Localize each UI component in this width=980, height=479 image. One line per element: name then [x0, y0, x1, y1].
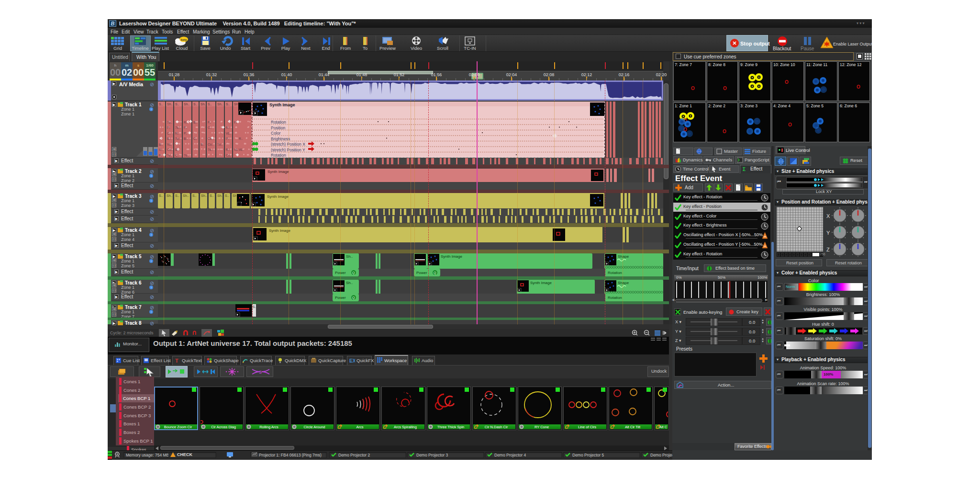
svg-text:EX: EX: [349, 358, 355, 364]
svg-text:S..: S..: [175, 194, 179, 197]
svg-text:Q: Q: [434, 271, 436, 275]
svg-text:(stretch) Position Y: (stretch) Position Y: [271, 148, 305, 152]
svg-text:P..: P..: [159, 154, 162, 157]
svg-text:X: X: [826, 213, 830, 219]
svg-text:S: S: [259, 370, 262, 375]
svg-text:Q: Q: [352, 296, 355, 300]
svg-text:O: O: [723, 129, 726, 134]
svg-text:Z: Z: [826, 247, 830, 252]
svg-text:S..: S..: [210, 194, 214, 197]
svg-text:Co..: Co..: [167, 148, 173, 151]
svg-text:beta: beta: [181, 38, 187, 41]
svg-text:P..: P..: [184, 132, 187, 135]
svg-text:Synth Image: Synth Image: [269, 103, 295, 107]
svg-text:R..: R..: [226, 126, 230, 129]
svg-text:Brightness: Brightness: [271, 137, 290, 141]
svg-text:S..: S..: [175, 103, 179, 106]
svg-text:C..: C..: [193, 137, 198, 140]
svg-text:P..: P..: [234, 121, 237, 124]
svg-text:Synth Image: Synth Image: [269, 228, 290, 233]
svg-text:C..: C..: [175, 154, 179, 157]
svg-text:S..: S..: [159, 103, 163, 106]
svg-text:S..: S..: [253, 305, 257, 308]
svg-text:Rotation: Rotation: [271, 153, 286, 158]
svg-text:P..: P..: [184, 126, 187, 129]
svg-text:Co..: Co..: [208, 137, 213, 140]
svg-text:Sh..: Sh..: [200, 103, 207, 106]
svg-text:Rotation: Rotation: [608, 296, 622, 300]
svg-text:7o..: 7o..: [175, 137, 180, 140]
svg-text:✕: ✕: [732, 40, 736, 46]
svg-text:Sh..: Sh..: [167, 194, 173, 197]
svg-text:Synth Image: Synth Image: [267, 194, 289, 199]
svg-text:Sh..: Sh..: [183, 194, 189, 197]
svg-text:Co..: Co..: [208, 143, 213, 146]
svg-text:Synth Image: Synth Image: [530, 281, 552, 285]
svg-text:Power: Power: [416, 271, 427, 275]
svg-text:S..: S..: [159, 194, 163, 197]
svg-text:O: O: [788, 122, 792, 127]
svg-text:Co..: Co..: [226, 154, 232, 157]
svg-text:B..: B..: [159, 143, 163, 146]
svg-text:7o..: 7o..: [167, 121, 172, 124]
svg-text:R..: R..: [239, 137, 243, 140]
svg-text:S..: S..: [193, 103, 198, 106]
svg-text:Q: Q: [352, 271, 355, 275]
svg-text:VL.: VL.: [234, 148, 239, 151]
svg-text:B..: B..: [175, 148, 179, 151]
svg-text:Synth Image: Synth Image: [441, 254, 462, 259]
svg-text:Rotation: Rotation: [271, 120, 286, 125]
svg-text:Sh..: Sh..: [217, 194, 223, 197]
svg-text:7o..: 7o..: [175, 126, 180, 129]
svg-text:7o..: 7o..: [167, 154, 172, 157]
svg-text:Y: Y: [826, 230, 830, 236]
svg-text:B..: B..: [193, 121, 197, 124]
svg-text:7o..: 7o..: [184, 154, 189, 157]
svg-text:O: O: [691, 86, 695, 91]
svg-text:P..: P..: [226, 137, 229, 140]
svg-text:7o..: 7o..: [217, 143, 223, 146]
svg-text:VL.: VL.: [167, 143, 172, 146]
svg-text:O: O: [785, 80, 789, 85]
svg-text:R..: R..: [175, 132, 179, 135]
svg-text:C..: C..: [208, 126, 212, 129]
svg-text:Sh..: Sh..: [346, 254, 353, 259]
svg-text:Color: Color: [271, 131, 280, 136]
svg-text:Sh..: Sh..: [184, 103, 190, 106]
svg-text:P..: P..: [167, 126, 170, 129]
svg-text:Shape: Shape: [618, 281, 629, 285]
svg-text:Sh..: Sh..: [167, 103, 173, 106]
svg-text:O: O: [857, 84, 860, 90]
svg-text:T: T: [175, 358, 178, 364]
svg-text:B..: B..: [184, 137, 188, 140]
svg-text:R..: R..: [226, 148, 230, 151]
svg-text:7o..: 7o..: [208, 148, 213, 151]
svg-text:VL.: VL.: [226, 132, 231, 135]
svg-text:Sh..: Sh..: [201, 194, 207, 197]
svg-text:B..: B..: [200, 143, 204, 146]
svg-text:S..: S..: [226, 103, 230, 106]
svg-text:R..: R..: [159, 148, 163, 151]
svg-text:Position: Position: [271, 125, 286, 130]
svg-text:S..: S..: [208, 103, 212, 106]
svg-text:VL.: VL.: [239, 148, 244, 151]
svg-text:O: O: [723, 86, 727, 91]
svg-text:S..: S..: [192, 194, 197, 197]
svg-text:Shape: Shape: [618, 254, 629, 259]
svg-text:R..: R..: [184, 121, 188, 124]
svg-text:Sh..: Sh..: [217, 103, 223, 106]
svg-text:P..: P..: [208, 121, 211, 124]
svg-text:Σ: Σ: [743, 167, 746, 172]
svg-text:Synth Image: Synth Image: [267, 170, 289, 174]
svg-text:Rotation: Rotation: [608, 271, 622, 275]
svg-text:C..: C..: [167, 132, 171, 135]
svg-text:Sh..: Sh..: [346, 281, 353, 285]
svg-text:B..: B..: [167, 137, 171, 140]
svg-text:S..: S..: [225, 194, 229, 197]
